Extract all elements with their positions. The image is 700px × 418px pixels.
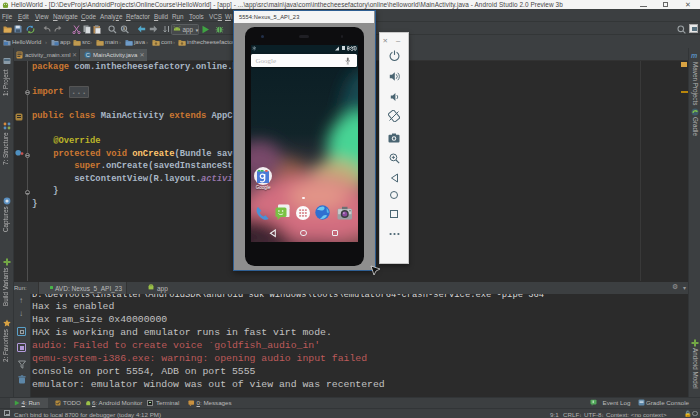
svg-text:C: C xyxy=(86,52,90,58)
